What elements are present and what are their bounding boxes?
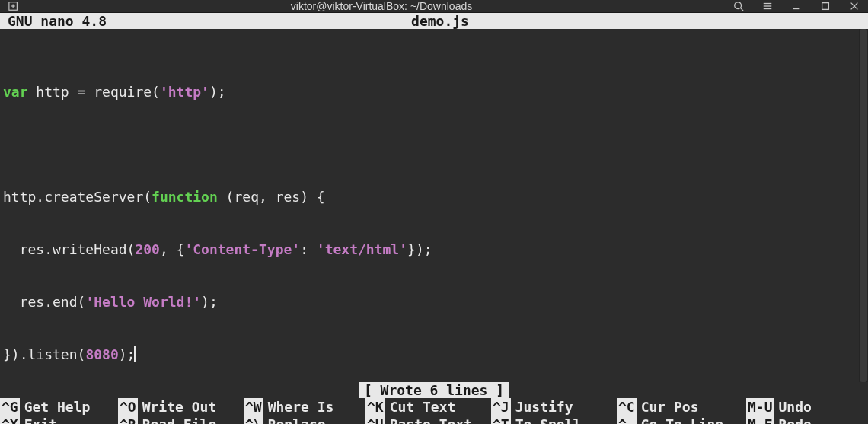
code-text: }); (407, 241, 432, 257)
close-icon[interactable] (848, 0, 860, 12)
help-item-paste-text: ^UPaste Text (365, 416, 491, 424)
code-line: var http = require('http'); (3, 83, 856, 100)
code-line: res.writeHead(200, {'Content-Type': 'tex… (3, 241, 856, 258)
svg-point-3 (735, 2, 742, 9)
help-item-cur-pos: ^CCur Pos (617, 398, 746, 416)
help-label: Replace (268, 416, 326, 424)
code-text: ); (201, 294, 218, 310)
hamburger-menu-icon[interactable] (761, 0, 774, 12)
number-literal: 8080 (85, 346, 118, 362)
help-item-get-help: ^GGet Help (0, 398, 118, 416)
code-text: http = require( (28, 84, 160, 100)
nano-version: GNU nano 4.8 (3, 13, 107, 29)
help-item-read-file: ^RRead File (118, 416, 244, 424)
svg-rect-9 (822, 3, 829, 10)
window-title: viktor@viktor-VirtualBox: ~/Downloads (30, 0, 732, 12)
help-label: Undo (779, 398, 812, 416)
svg-line-4 (741, 8, 744, 11)
keyword-var: var (3, 84, 28, 100)
code-line: http.createServer(function (req, res) { (3, 188, 856, 206)
help-label: Read File (142, 416, 217, 424)
maximize-icon[interactable] (819, 0, 831, 12)
string-literal: 'http' (160, 84, 209, 100)
help-label: To Spell (515, 416, 582, 424)
help-label: Cut Text (390, 398, 456, 416)
code-text: , { (160, 241, 185, 257)
help-item-to-spell: ^TTo Spell (491, 416, 617, 424)
help-key: ^_ (617, 416, 637, 424)
help-label: Justify (515, 398, 573, 416)
help-item-justify: ^JJustify (491, 398, 617, 416)
help-item-redo: M-ERedo (746, 416, 868, 424)
code-text: ); (119, 346, 136, 362)
help-key: ^K (365, 398, 385, 416)
help-key: ^X (0, 416, 20, 424)
help-key: M-E (746, 416, 774, 424)
string-literal: 'text/html' (317, 241, 407, 257)
code-text: (req, res) { (218, 189, 325, 205)
code-text: http.createServer( (3, 189, 152, 205)
help-label: Get Help (24, 398, 91, 416)
help-label: Where Is (268, 398, 334, 416)
window-titlebar: viktor@viktor-VirtualBox: ~/Downloads (0, 0, 868, 13)
help-item-where-is: ^WWhere Is (244, 398, 365, 416)
nano-header: GNU nano 4.8 demo.js (0, 13, 868, 29)
help-key: ^T (491, 416, 511, 424)
help-label: Go To Line (641, 416, 723, 424)
help-item-write-out: ^OWrite Out (118, 398, 244, 416)
code-text: }).listen( (3, 346, 85, 362)
help-key: M-U (746, 398, 774, 416)
help-key: ^J (491, 398, 511, 416)
code-text: ); (209, 84, 226, 100)
string-literal: 'Content-Type' (184, 241, 300, 257)
help-item-exit: ^XExit (0, 416, 118, 424)
help-key: ^\ (244, 416, 263, 424)
code-text: res.writeHead( (3, 241, 135, 257)
help-key: ^C (617, 398, 637, 416)
code-text: : (300, 241, 317, 257)
code-line (3, 135, 856, 153)
code-line: res.end('Hello World!'); (3, 293, 856, 311)
code-text: res.end( (3, 294, 85, 310)
help-label: Redo (779, 416, 812, 424)
code-line: }).listen(8080); (3, 346, 856, 363)
scrollbar[interactable] (859, 29, 868, 382)
help-key: ^G (0, 398, 20, 416)
help-item-go-to-line: ^_Go To Line (617, 416, 746, 424)
help-item-undo: M-UUndo (746, 398, 868, 416)
nano-status-message: [ Wrote 6 lines ] (359, 382, 509, 398)
titlebar-controls (732, 0, 860, 12)
help-label: Cur Pos (641, 398, 699, 416)
help-key: ^O (118, 398, 138, 416)
help-key: ^W (244, 398, 263, 416)
number-literal: 200 (135, 241, 160, 257)
help-key: ^R (118, 416, 138, 424)
help-item-replace: ^\Replace (244, 416, 365, 424)
titlebar-left (8, 0, 30, 12)
search-icon[interactable] (732, 0, 745, 12)
nano-help: ^GGet Help ^OWrite Out ^WWhere Is ^KCut … (0, 398, 868, 424)
new-tab-icon[interactable] (8, 0, 20, 12)
help-label: Paste Text (390, 416, 472, 424)
minimize-icon[interactable] (790, 0, 803, 12)
help-row: ^GGet Help ^OWrite Out ^WWhere Is ^KCut … (0, 398, 868, 416)
help-row: ^XExit ^RRead File ^\Replace ^UPaste Tex… (0, 416, 868, 424)
help-item-cut-text: ^KCut Text (365, 398, 491, 416)
keyword-function: function (152, 189, 218, 205)
editor-area[interactable]: var http = require('http'); http.createS… (0, 29, 868, 382)
help-label: Exit (24, 416, 57, 424)
string-literal: 'Hello World!' (85, 294, 201, 310)
scrollbar-thumb[interactable] (860, 29, 867, 382)
nano-filename: demo.js (107, 13, 774, 29)
help-label: Write Out (142, 398, 217, 416)
help-key: ^U (365, 416, 385, 424)
nano-status-row: [ Wrote 6 lines ] (0, 382, 868, 398)
